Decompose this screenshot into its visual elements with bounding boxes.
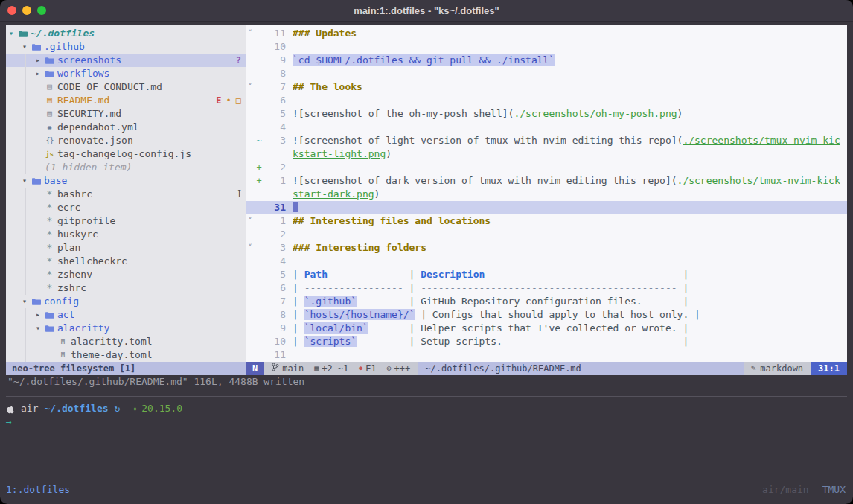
shell-pane[interactable]: air ~/.dotfiles ↻ ✦ 20.15.0 → — [6, 402, 847, 483]
star-file-icon: * — [43, 201, 56, 214]
editor-line-3[interactable]: ~3![screenshot of light version of tmux … — [246, 134, 847, 147]
editor-line-7[interactable]: 7| `.github` | GitHub Repository configu… — [246, 295, 847, 308]
tmux-window-current[interactable]: 1:.dotfiles — [6, 483, 70, 497]
fold-column — [246, 94, 255, 107]
fold-marker-icon[interactable]: ˅ — [246, 241, 255, 255]
minimize-button[interactable] — [22, 6, 31, 15]
editor-line-4[interactable]: 4 — [246, 255, 847, 268]
tree-item-dependabot-yml[interactable]: ◉dependabot.yml — [6, 121, 246, 134]
segment-pipe: | — [409, 336, 421, 347]
zoom-button[interactable] — [37, 6, 46, 15]
line-number: 3 — [263, 241, 286, 255]
tree-item-readme-md[interactable]: ▤README.mdE•□ — [6, 94, 246, 107]
tree-item-label: .github — [44, 40, 85, 54]
editor-line-1[interactable]: +1![screenshot of dark version of tmux w… — [246, 174, 847, 188]
fold-column — [246, 121, 255, 134]
tree-item-base[interactable]: ▾base — [6, 174, 246, 188]
tree-item-zshenv[interactable]: *zshenv — [6, 268, 246, 281]
indent-guide — [6, 40, 19, 54]
tree-item-plan[interactable]: *plan — [6, 241, 246, 255]
tmux-session: air/main — [762, 483, 809, 497]
editor-line-5[interactable]: 5| Path | Description | — [246, 268, 847, 281]
indent-guide — [19, 268, 33, 281]
git-sign — [255, 214, 263, 228]
fold-marker-icon[interactable]: ˅ — [246, 27, 255, 40]
tree-item-config[interactable]: ▾config — [6, 295, 246, 308]
fold-marker-icon[interactable]: ˅ — [246, 214, 255, 228]
editor-line-7[interactable]: ˅7## The looks — [246, 80, 847, 94]
chevron-down-icon[interactable]: ▾ — [6, 27, 16, 40]
editor-line-2[interactable]: +2 — [246, 161, 847, 174]
tree-item-dotfiles[interactable]: ▾~/.dotfiles — [6, 27, 246, 40]
git-sign — [255, 27, 263, 40]
folder-icon — [16, 30, 29, 38]
editor-line-8[interactable]: 8 — [246, 67, 847, 80]
editor-line-10[interactable]: 10| `scripts` | Setup scripts. | — [246, 335, 847, 348]
segment-heading: ### Interesting folders — [293, 242, 426, 253]
tree-item-github[interactable]: ▾.github — [6, 40, 246, 54]
tree-item-zshrc[interactable]: *zshrc — [6, 281, 246, 295]
tree-item-bashrc[interactable]: *bashrcI — [6, 188, 246, 201]
chevron-right-icon[interactable]: ▸ — [33, 308, 43, 322]
editor-line-9[interactable]: 9| `local/bin` | Helper scripts that I'v… — [246, 322, 847, 335]
editor-line-wrap[interactable]: start-dark.png) — [246, 188, 847, 201]
editor[interactable]: ˅11### Updates109`cd $HOME/.dotfiles && … — [246, 25, 847, 375]
folder-icon — [43, 325, 56, 333]
chevron-down-icon[interactable]: ▾ — [19, 295, 30, 308]
tree-item-alacritty-toml[interactable]: Malacritty.toml — [6, 335, 246, 348]
folder-icon — [43, 57, 56, 65]
tree-item-label: CODE_OF_CONDUCT.md — [57, 80, 162, 94]
cursor-block — [293, 202, 298, 212]
tree-item-huskyrc[interactable]: *huskyrc — [6, 228, 246, 241]
chevron-down-icon[interactable]: ▾ — [19, 174, 30, 188]
editor-line-1[interactable]: ˅1## Interesting files and locations — [246, 214, 847, 228]
segment-plain — [642, 296, 683, 307]
tmux-pane-border[interactable] — [6, 396, 847, 397]
tree-item-badges: I — [237, 188, 246, 201]
titlebar[interactable]: main:1:.dotfiles - "ks~/.dotfiles" — [0, 0, 853, 22]
tree-item-renovate-json[interactable]: {}renovate.json — [6, 134, 246, 147]
line-number: 9 — [263, 54, 286, 67]
nodejs-icon: ✦ — [132, 402, 138, 415]
tree-item-1-hidden-item[interactable]: (1 hidden item) — [6, 161, 246, 174]
fold-marker-icon[interactable]: ˅ — [246, 80, 255, 94]
git-diff: +2 ~1 — [322, 362, 348, 375]
chevron-right-icon[interactable]: ▸ — [33, 54, 43, 67]
editor-line-4[interactable]: 4 — [246, 121, 847, 134]
indent-guide — [19, 54, 33, 67]
editor-line-11[interactable]: 11 — [246, 348, 847, 362]
git-sign: + — [255, 174, 263, 188]
editor-line-9[interactable]: 9`cd $HOME/.dotfiles && git pull && ./in… — [246, 54, 847, 67]
tree-item-workflows[interactable]: ▸workflows — [6, 67, 246, 80]
editor-line-6[interactable]: 6| ----------------- | -----------------… — [246, 281, 847, 295]
tree-item-tag-changelog-config-js[interactable]: jstag-changelog-config.js — [6, 147, 246, 161]
editor-line-6[interactable]: 6 — [246, 94, 847, 107]
editor-line-2[interactable]: 2 — [246, 228, 847, 241]
tree-item-screenshots[interactable]: ▸screenshots? — [6, 54, 246, 67]
indent-guide — [19, 67, 33, 80]
tree-item-act[interactable]: ▸act — [6, 308, 246, 322]
chevron-right-icon[interactable]: ▸ — [33, 67, 43, 80]
git-untracked-badge: ? — [236, 54, 241, 67]
tree-item-code-of-conduct-md[interactable]: ▤CODE_OF_CONDUCT.md — [6, 80, 246, 94]
git-sign — [255, 94, 263, 107]
chevron-down-icon[interactable]: ▾ — [33, 322, 43, 335]
indent-guide — [33, 335, 46, 348]
editor-line-3[interactable]: ˅3### Interesting folders — [246, 241, 847, 255]
editor-line-10[interactable]: 10 — [246, 40, 847, 54]
tree-item-gitprofile[interactable]: *gitprofile — [6, 214, 246, 228]
editor-line-31[interactable]: 31 — [246, 201, 847, 214]
editor-line-11[interactable]: ˅11### Updates — [246, 27, 847, 40]
editor-line-5[interactable]: 5![screenshot of the oh-my-posh shell](.… — [246, 107, 847, 121]
tree-item-security-md[interactable]: ▤SECURITY.md — [6, 107, 246, 121]
editor-line-wrap[interactable]: kstart-light.png) — [246, 147, 847, 161]
editor-line-8[interactable]: 8| `hosts/{hostname}/` | Configs that sh… — [246, 308, 847, 322]
tree-item-shellcheckrc[interactable]: *shellcheckrc — [6, 255, 246, 268]
tree-item-alacritty[interactable]: ▾alacritty — [6, 322, 246, 335]
tree-item-theme-day-toml[interactable]: Mtheme-day.toml — [6, 348, 246, 362]
cursor-position: 31:1 — [811, 362, 847, 375]
tree-item-ecrc[interactable]: *ecrc — [6, 201, 246, 214]
close-button[interactable] — [7, 6, 16, 15]
line-number — [263, 188, 286, 201]
chevron-down-icon[interactable]: ▾ — [19, 40, 30, 54]
